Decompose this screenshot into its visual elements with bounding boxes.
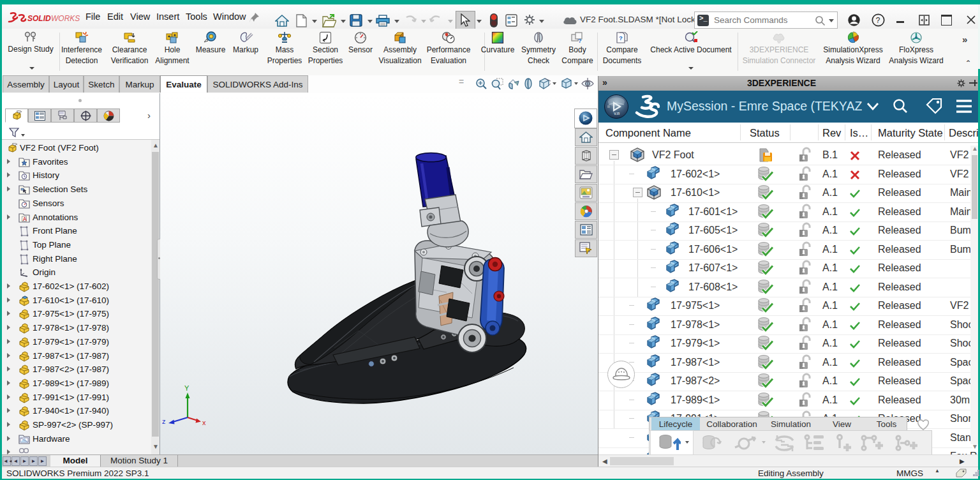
svg-text:z: z bbox=[162, 417, 166, 425]
svg-text:?: ? bbox=[619, 34, 623, 41]
svg-text:?: ? bbox=[876, 16, 880, 25]
svg-text:WORKS: WORKS bbox=[51, 14, 80, 23]
svg-text:?: ? bbox=[578, 38, 582, 44]
svg-text:Y: Y bbox=[184, 384, 189, 392]
svg-text:SOLID: SOLID bbox=[27, 14, 51, 23]
svg-text:x: x bbox=[202, 419, 206, 426]
svg-text:A: A bbox=[23, 216, 27, 222]
